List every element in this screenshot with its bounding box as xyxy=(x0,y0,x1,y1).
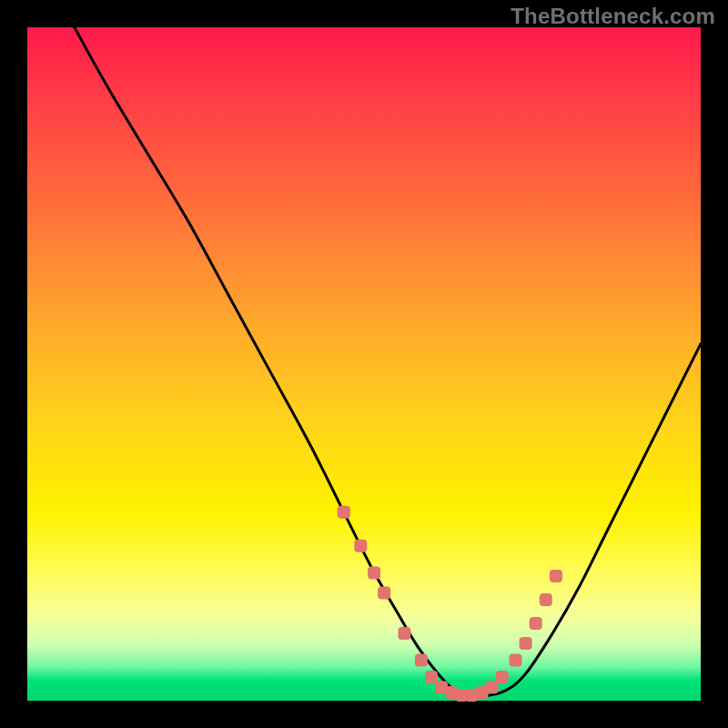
chart-frame: TheBottleneck.com xyxy=(0,0,728,728)
watermark-text: TheBottleneck.com xyxy=(511,4,715,29)
highlight-dot xyxy=(550,570,562,582)
highlight-dot xyxy=(510,654,522,667)
highlight-dot xyxy=(378,587,390,600)
bottleneck-curve xyxy=(27,27,701,701)
highlight-dot xyxy=(415,654,428,667)
highlight-dot xyxy=(398,627,410,640)
highlight-dot xyxy=(425,671,438,683)
highlight-dot xyxy=(338,506,350,519)
highlight-dot xyxy=(540,593,552,606)
highlight-dot xyxy=(354,540,367,552)
highlight-dot xyxy=(530,617,542,630)
highlight-dot xyxy=(496,671,509,683)
highlight-dot xyxy=(486,681,499,693)
plot-area xyxy=(27,27,701,701)
highlight-dot xyxy=(368,566,380,579)
highlight-dot xyxy=(520,637,532,650)
